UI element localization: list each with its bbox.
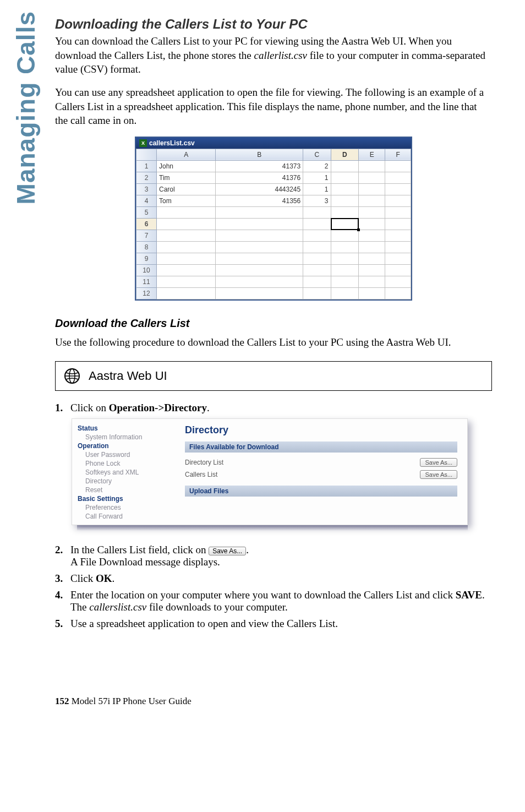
cell [303,287,331,299]
step-4: 4. Enter the location on your computer w… [55,589,492,613]
cell [216,218,303,230]
cell: John [157,160,216,172]
col-a: A [157,149,216,160]
cell [216,287,303,299]
cell [385,206,411,218]
web-bar-upload: Upload Files [185,486,457,497]
cell [385,230,411,241]
cell [358,206,385,218]
cell [358,218,385,230]
cell: 41356 [216,195,303,206]
col-c: C [303,149,331,160]
side-callfwd: Call Forward [78,513,174,520]
step4-line2b: callerslist.csv [89,601,146,613]
cell: 3 [303,195,331,206]
cell [157,264,216,276]
step4-num: 4. [55,589,67,613]
cell [331,241,358,253]
step3-body: Click OK. [70,573,492,585]
step4-prefix: Enter the location on your computer wher… [70,589,456,601]
web-ui-screenshot: Status System Information Operation User… [72,418,468,531]
side-sysinfo: System Information [78,433,174,441]
cell: 2 [303,160,331,172]
cell [331,276,358,287]
web-main-title: Directory [185,424,457,436]
aastra-web-ui-label: Aastra Web UI [89,369,167,383]
heading-download: Downloading the Callers List to Your PC [55,17,492,32]
para3-text: Use the following procedure to download … [55,336,449,348]
para-1: You can download the Callers List to you… [55,34,492,77]
cell [385,172,411,183]
page-number: 152 [55,696,69,706]
cell [331,287,358,299]
step-3: 3. Click OK. [55,573,492,585]
cell: Tim [157,172,216,183]
cell [358,230,385,241]
save-as-button-1[interactable]: Save As... [420,458,457,467]
web-main: Directory Files Available for Download D… [179,419,467,525]
cell [358,276,385,287]
inline-save-as-button[interactable]: Save As... [209,547,246,555]
cell [216,230,303,241]
footer-text: Model 57i IP Phone User Guide [69,696,192,706]
step3-bold: OK [96,573,112,584]
step-5: 5. Use a spreadsheet application to open… [55,618,492,630]
step1-body: Click on Operation->Directory. [70,402,492,414]
cell [303,230,331,241]
col-f: F [385,149,411,160]
step1-bold: Operation->Directory [109,402,207,413]
row-header: 7 [136,230,157,241]
step4-line2a: The [70,601,89,613]
step3-num: 3. [55,573,67,585]
step2-line2: A File Download message displays. [70,556,220,568]
cell [331,218,358,230]
cell [385,241,411,253]
step2-suffix: . [246,544,249,555]
step2-prefix: In the Callers List field, click on [70,544,209,555]
excel-icon: X [139,139,147,147]
cell [358,195,385,206]
cell [331,183,358,195]
row-header: 6 [136,218,157,230]
row-header: 3 [136,183,157,195]
cell [303,264,331,276]
row-header: 12 [136,287,157,299]
cell [385,287,411,299]
page-footer: 152 Model 57i IP Phone User Guide [55,696,492,707]
web-bar-files: Files Available for Download [185,442,457,453]
side-phonelock: Phone Lock [78,460,174,467]
shadow [77,525,468,531]
cell [385,183,411,195]
side-softkeys: Softkeys and XML [78,468,174,476]
side-userpw: User Password [78,451,174,459]
step-2: 2. In the Callers List field, click on S… [55,544,492,568]
step4-line2c: file downloads to your computer. [146,601,287,613]
cell [157,241,216,253]
cell [331,253,358,264]
cell [385,264,411,276]
cell: 1 [303,172,331,183]
aastra-web-ui-box: Aastra Web UI [55,361,492,391]
cell [216,206,303,218]
side-status: Status [78,424,174,432]
step2-body: In the Callers List field, click on Save… [70,544,492,568]
cell [157,253,216,264]
cell: 41373 [216,160,303,172]
cell: Tom [157,195,216,206]
cell [157,287,216,299]
save-as-button-2[interactable]: Save As... [420,470,457,479]
step3-prefix: Click [70,573,96,584]
dirlist-label: Directory List [185,459,223,466]
heading-download-proc: Download the Callers List [55,317,492,330]
side-directory: Directory [78,477,174,485]
cell [157,206,216,218]
spreadsheet-screenshot: X callersList.csv A B C D E F 1John41373… [135,137,412,301]
step1-num: 1. [55,402,67,414]
cell [358,241,385,253]
para-3: Use the following procedure to download … [55,335,492,350]
cell [385,160,411,172]
cell [331,206,358,218]
cell [385,218,411,230]
spreadsheet-grid: A B C D E F 1John4137322Tim4137613Carol4… [136,149,411,299]
cell [358,172,385,183]
